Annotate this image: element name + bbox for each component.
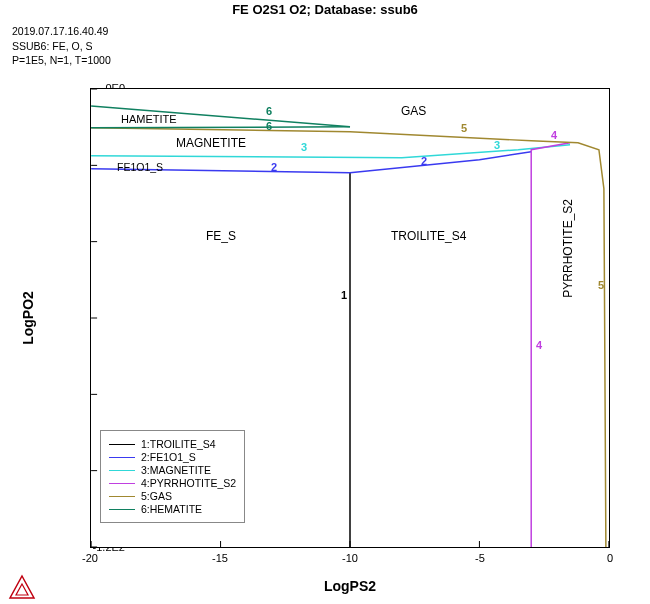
legend-item-1: 1:TROILITE_S4 bbox=[109, 438, 236, 450]
curve-label-6a: 6 bbox=[266, 105, 272, 117]
xtick-1: -15 bbox=[212, 552, 228, 564]
curve-label-5a: 5 bbox=[461, 122, 467, 134]
line-icon bbox=[109, 509, 135, 510]
x-axis-label: LogPS2 bbox=[90, 578, 610, 594]
region-pyrrhotite: PYRRHOTITE_S2 bbox=[561, 199, 575, 298]
curve-label-4b: 4 bbox=[551, 129, 557, 141]
legend-item-4: 4:PYRRHOTITE_S2 bbox=[109, 477, 236, 489]
legend-label: 4:PYRRHOTITE_S2 bbox=[141, 477, 236, 489]
page-root: FE O2S1 O2; Database: ssub6 2019.07.17.1… bbox=[0, 0, 650, 604]
legend-label: 2:FE1O1_S bbox=[141, 451, 196, 463]
region-fe-s: FE_S bbox=[206, 229, 236, 243]
xtick-2: -10 bbox=[342, 552, 358, 564]
xtick-0: -20 bbox=[82, 552, 98, 564]
svg-marker-13 bbox=[16, 584, 28, 595]
legend-item-3: 3:MAGNETITE bbox=[109, 464, 236, 476]
meta-conditions: P=1E5, N=1, T=1000 bbox=[12, 53, 111, 68]
curve-label-4a: 4 bbox=[536, 339, 542, 351]
legend-box: 1:TROILITE_S4 2:FE1O1_S 3:MAGNETITE 4:PY… bbox=[100, 430, 245, 523]
meta-timestamp: 2019.07.17.16.40.49 bbox=[12, 24, 111, 39]
region-hametite: HAMETITE bbox=[121, 113, 177, 125]
legend-label: 1:TROILITE_S4 bbox=[141, 438, 216, 450]
line-icon bbox=[109, 444, 135, 445]
metadata-block: 2019.07.17.16.40.49 SSUB6: FE, O, S P=1E… bbox=[12, 24, 111, 68]
thermocalc-logo-icon bbox=[8, 574, 36, 600]
curve-label-6b: 6 bbox=[266, 120, 272, 132]
region-fe1o1: FE1O1_S bbox=[117, 161, 163, 173]
curve-label-1: 1 bbox=[341, 289, 347, 301]
y-axis-label: LogPO2 bbox=[18, 88, 38, 548]
region-magnetite: MAGNETITE bbox=[176, 136, 246, 150]
curve-label-3a: 3 bbox=[301, 141, 307, 153]
legend-label: 6:HEMATITE bbox=[141, 503, 202, 515]
line-icon bbox=[109, 470, 135, 471]
meta-system: SSUB6: FE, O, S bbox=[12, 39, 111, 54]
xtick-4: 0 bbox=[607, 552, 613, 564]
legend-item-5: 5:GAS bbox=[109, 490, 236, 502]
curve-label-5b: 5 bbox=[598, 279, 604, 291]
legend-item-2: 2:FE1O1_S bbox=[109, 451, 236, 463]
legend-label: 5:GAS bbox=[141, 490, 172, 502]
curve-label-3b: 3 bbox=[494, 139, 500, 151]
curve-label-2a: 2 bbox=[271, 161, 277, 173]
line-icon bbox=[109, 483, 135, 484]
line-icon bbox=[109, 457, 135, 458]
legend-label: 3:MAGNETITE bbox=[141, 464, 211, 476]
curve-label-2b: 2 bbox=[421, 155, 427, 167]
region-troilite: TROILITE_S4 bbox=[391, 229, 466, 243]
chart-title: FE O2S1 O2; Database: ssub6 bbox=[0, 2, 650, 17]
region-gas: GAS bbox=[401, 104, 426, 118]
line-icon bbox=[109, 496, 135, 497]
xtick-3: -5 bbox=[475, 552, 485, 564]
legend-item-6: 6:HEMATITE bbox=[109, 503, 236, 515]
